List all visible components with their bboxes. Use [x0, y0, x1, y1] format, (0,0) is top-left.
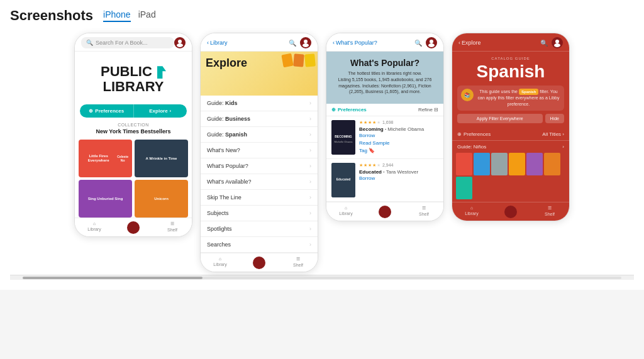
- hero-books: [282, 54, 315, 67]
- nav-library[interactable]: ⌂ Library: [201, 257, 240, 269]
- nav-shelf[interactable]: ☰ Shelf: [530, 206, 569, 218]
- search-placeholder: Search For A Book...: [96, 40, 148, 46]
- list-item-whats-new[interactable]: What's New? ›: [201, 143, 318, 158]
- all-titles-button[interactable]: All Titles ›: [542, 131, 564, 137]
- chevron-right-icon: ›: [309, 179, 311, 185]
- preferences-button[interactable]: ⊕ Preferences: [457, 131, 491, 137]
- whats-popular-title: What's Popular?: [331, 58, 438, 68]
- page-title: Screenshots: [10, 8, 93, 24]
- read-sample-button[interactable]: Read Sample: [359, 140, 438, 146]
- list-item-spanish[interactable]: Guide: Spanish ›: [201, 127, 318, 143]
- preferences-button[interactable]: ⊕ Preferences: [331, 107, 367, 113]
- becoming-actions: Borrow Read Sample Tag 🔖: [359, 133, 438, 153]
- chevron-right-icon: ›: [309, 100, 311, 106]
- list-item-searches[interactable]: Searches ›: [201, 237, 318, 253]
- svg-point-5: [428, 43, 435, 47]
- phone1-bottom-nav: ⌂ Library ☰ Shelf: [75, 218, 192, 236]
- mini-book-2: [293, 53, 304, 67]
- tab-ipad[interactable]: iPad: [138, 9, 156, 22]
- phone3-avatar[interactable]: [426, 37, 437, 48]
- tag-button[interactable]: Tag 🔖: [359, 148, 438, 153]
- phone-3: ‹ What's Popular? 🔍 What's Popular? The …: [326, 33, 444, 221]
- logo-icon: [157, 66, 166, 79]
- list-item-subjects[interactable]: Subjects ›: [201, 206, 318, 221]
- circle-icon: ⊕: [331, 107, 336, 113]
- educated-cover: Educated: [331, 163, 355, 197]
- collection-label: COLLECTION: [75, 123, 192, 127]
- shelf-icon: ☰: [548, 206, 552, 211]
- phone2-avatar[interactable]: [300, 37, 311, 48]
- becoming-info: ★★★★★ 1,698 Becoming · Michelle Obama Bo…: [359, 120, 438, 155]
- phone4-back[interactable]: ‹ Explore: [458, 40, 481, 46]
- guide-ninos[interactable]: Guide: Niños ›: [452, 141, 569, 153]
- nav-avatar-icon: [504, 206, 517, 218]
- list-item-whats-popular[interactable]: What's Popular? ›: [201, 158, 318, 174]
- phone2-bottom-nav: ⌂ Library ☰ Shelf: [201, 253, 318, 272]
- list-item-whats-available[interactable]: What's Available? ›: [201, 174, 318, 190]
- phone2-back[interactable]: ‹ Library: [207, 40, 228, 46]
- phone4-topbar: ‹ Explore 🔍: [452, 33, 569, 52]
- nav-shelf[interactable]: ☰ Shelf: [279, 257, 318, 269]
- nav-avatar-center[interactable]: [240, 257, 279, 269]
- header: Screenshots iPhone iPad: [10, 8, 634, 24]
- phone4-prefs: ⊕ Preferences All Titles ›: [452, 128, 569, 141]
- nav-avatar-center[interactable]: [114, 221, 153, 234]
- preferences-button[interactable]: ⊕ Preferences: [80, 104, 133, 118]
- cover-5: [526, 153, 543, 175]
- apply-filter-button[interactable]: Apply Filter Everywhere: [457, 114, 543, 123]
- search-icon[interactable]: 🔍: [414, 40, 422, 47]
- scrollbar-area[interactable]: [10, 275, 634, 280]
- book-cover-2: A Wrinkle in Time: [135, 140, 188, 177]
- search-icon[interactable]: 🔍: [289, 40, 296, 47]
- educated-info: ★★★★★ 2,944 Educated · Tara Westover Bor…: [359, 163, 438, 197]
- cover-6: [544, 153, 560, 175]
- nav-library[interactable]: ⌂ Library: [326, 206, 365, 218]
- spanish-title: Spanish: [457, 62, 564, 82]
- nav-shelf[interactable]: ☰ Shelf: [404, 206, 443, 218]
- hide-button[interactable]: Hide: [545, 114, 564, 123]
- mini-book-1: [281, 53, 293, 67]
- phone2-topbar: ‹ Library 🔍: [201, 33, 318, 52]
- tab-bar: iPhone iPad: [103, 9, 156, 22]
- chevron-right-icon: ›: [309, 116, 311, 122]
- borrow-button-2[interactable]: Borrow: [359, 175, 438, 181]
- chevron-right-icon: ›: [309, 194, 311, 201]
- borrow-button[interactable]: Borrow: [359, 133, 438, 138]
- svg-point-12: [554, 43, 560, 47]
- spanish-info-box: 📚 This guide uses the Spanish filter. Yo…: [457, 86, 564, 111]
- catalog-guide-label: CATALOG GUIDE: [457, 57, 564, 60]
- phone3-topbar: ‹ What's Popular? 🔍: [326, 33, 443, 52]
- nav-library[interactable]: ⌂ Library: [75, 221, 114, 234]
- phone1-search[interactable]: 🔍 Search For A Book...: [81, 37, 174, 48]
- chevron-right-icon: ›: [170, 108, 172, 114]
- list-item-business[interactable]: Guide: Business ›: [201, 111, 318, 127]
- list-item-skip-line[interactable]: Skip The Line ›: [201, 190, 318, 206]
- explore-button[interactable]: Explore ›: [133, 104, 187, 118]
- chevron-left-icon: ‹: [333, 40, 335, 46]
- phone3-back[interactable]: ‹ What's Popular?: [333, 40, 377, 46]
- nav-library[interactable]: ⌂ Library: [452, 206, 491, 218]
- popular-description: Listing 5,155 books, 1,945 audiobooks, a…: [338, 77, 432, 94]
- educated-stars: ★★★★★ 2,944: [359, 163, 438, 168]
- book-cover-3: Sing Unburied Sing: [79, 180, 132, 218]
- becoming-stars: ★★★★★ 1,698: [359, 120, 438, 125]
- phone4-avatar[interactable]: [552, 37, 563, 48]
- phones-container: 🔍 Search For A Book... PUBLIC LIBRARY ⊕: [10, 33, 634, 272]
- scrollbar-thumb[interactable]: [23, 277, 203, 279]
- cover-1: [456, 153, 472, 175]
- nav-avatar-center[interactable]: [365, 206, 404, 218]
- svg-point-1: [177, 43, 183, 47]
- tab-iphone[interactable]: iPhone: [103, 9, 131, 22]
- spanish-info-avatar: 📚: [461, 89, 474, 101]
- nav-shelf[interactable]: ☰ Shelf: [153, 221, 192, 234]
- search-icon[interactable]: 🔍: [540, 40, 548, 47]
- list-item-spotlights[interactable]: Spotlights ›: [201, 221, 318, 237]
- phone3-hero: What's Popular? The hottest titles in li…: [326, 52, 443, 104]
- list-item-kids[interactable]: Guide: Kids ›: [201, 96, 318, 111]
- refine-button[interactable]: Refine ⊟: [418, 107, 438, 113]
- nav-avatar-center[interactable]: [491, 206, 530, 218]
- chevron-right-icon: ›: [309, 131, 311, 138]
- phone1-books-grid: Little Fires EverywhereCeleste No A Wrin…: [75, 140, 192, 218]
- phone3-bottom-nav: ⌂ Library ☰ Shelf: [326, 202, 443, 221]
- phone1-avatar[interactable]: [174, 37, 186, 48]
